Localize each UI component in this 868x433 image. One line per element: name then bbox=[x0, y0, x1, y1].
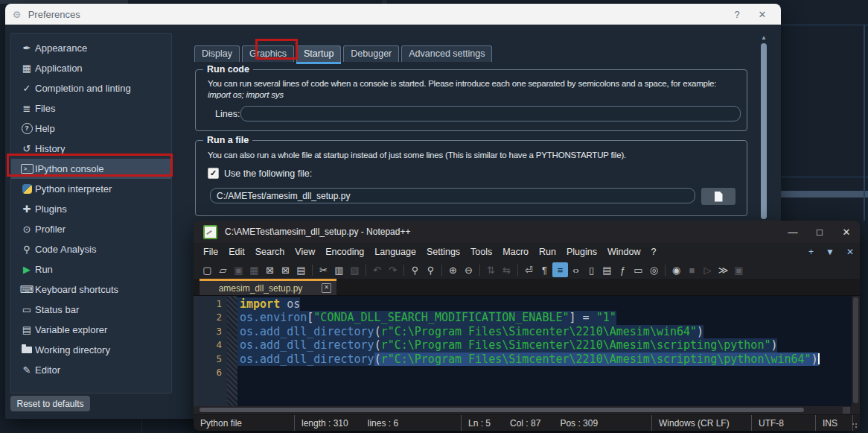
menu-macro[interactable]: Macro bbox=[497, 245, 534, 259]
function-list-icon[interactable]: ƒ bbox=[615, 262, 631, 277]
editor-vertical-scrollbar[interactable] bbox=[852, 296, 860, 406]
show-all-characters-icon[interactable]: ¶ bbox=[537, 262, 552, 277]
sidebar-item-keyboard-shortcuts[interactable]: ⌨Keyboard shortcuts bbox=[11, 279, 171, 300]
sidebar-item-history[interactable]: ↺History bbox=[11, 139, 171, 159]
code-line[interactable]: 5os.add_dll_directory(r"C:\Program Files… bbox=[194, 353, 852, 366]
monitor-icon[interactable]: ▭ bbox=[631, 262, 646, 277]
zoom-in-icon[interactable]: ⊕ bbox=[445, 262, 461, 277]
tab-list-icon[interactable]: ▼ bbox=[820, 247, 840, 257]
find-icon[interactable]: ⚲ bbox=[407, 262, 423, 277]
preferences-scrollbar[interactable]: ▲ bbox=[760, 34, 768, 224]
zoom-out-icon[interactable]: ⊖ bbox=[461, 262, 476, 277]
use-file-checkbox[interactable]: ✓ bbox=[208, 168, 219, 179]
document-tab[interactable]: amesim_dll_setup.py ✕ bbox=[200, 279, 336, 295]
sidebar-item-plugins[interactable]: ✚Plugins bbox=[11, 199, 171, 219]
help-icon: ? bbox=[19, 123, 35, 134]
doc-list-icon[interactable]: ▤ bbox=[599, 262, 615, 277]
sidebar-item-status-bar[interactable]: ▭Status bar bbox=[11, 300, 171, 320]
new-tab-icon[interactable]: + bbox=[802, 247, 820, 257]
menu-window[interactable]: Window bbox=[602, 245, 645, 259]
code-segment: import bbox=[240, 297, 280, 311]
macro-run-multiple-icon[interactable]: ≫ bbox=[715, 262, 731, 277]
macro-save-icon: ▣ bbox=[731, 262, 747, 277]
code-line[interactable]: 1import os bbox=[194, 297, 852, 311]
tab-debugger[interactable]: Debugger bbox=[343, 45, 399, 62]
screen: ⚙ Preferences ? ✕ ✒Appearance▦Applicatio… bbox=[0, 0, 868, 433]
sidebar-item-appearance[interactable]: ✒Appearance bbox=[11, 38, 171, 58]
sidebar-item-files[interactable]: ≣Files bbox=[11, 98, 171, 118]
menu-tools[interactable]: Tools bbox=[465, 245, 497, 259]
sidebar-item-variable-explorer[interactable]: ▤Variable explorer bbox=[11, 320, 171, 340]
menu-[interactable]: ? bbox=[645, 245, 661, 259]
cut-icon[interactable]: ✂ bbox=[316, 262, 331, 277]
reset-to-defaults-button[interactable]: Reset to defaults bbox=[10, 396, 90, 411]
resize-grip[interactable] bbox=[852, 423, 858, 429]
code-line[interactable]: 3os.add_dll_directory(r"C:\Program Files… bbox=[194, 325, 852, 338]
code-editor[interactable]: 1import os2os.environ["CONDA_DLL_SEARCH_… bbox=[194, 296, 852, 406]
doc-monitor-eye-icon[interactable]: ◎ bbox=[646, 262, 662, 277]
doc-map-icon[interactable]: ▯ bbox=[584, 262, 599, 277]
tab-graphics[interactable]: Graphics bbox=[242, 45, 294, 62]
tab-startup[interactable]: Startup bbox=[296, 45, 341, 62]
sidebar-item-ipython-console[interactable]: >_IPython console bbox=[11, 159, 171, 179]
code-line[interactable]: 6 bbox=[194, 366, 852, 379]
scrollbar-up-arrow-icon[interactable]: ▲ bbox=[760, 34, 768, 42]
tab-display[interactable]: Display bbox=[194, 45, 240, 62]
status-col: Col : 87 bbox=[510, 418, 540, 429]
close-all-docs-icon[interactable]: ⊠ bbox=[278, 262, 293, 277]
sidebar-item-profiler[interactable]: ⊙Profiler bbox=[11, 219, 171, 239]
code-segment: ) bbox=[697, 325, 703, 338]
vertical-scrollbar-thumb[interactable] bbox=[853, 297, 858, 403]
menu-encoding[interactable]: Encoding bbox=[320, 245, 369, 259]
macro-record-icon[interactable]: ◉ bbox=[668, 262, 684, 277]
indent-guide-icon[interactable]: ≡ bbox=[552, 262, 568, 277]
preferences-titlebar[interactable]: ⚙ Preferences ? ✕ bbox=[5, 4, 781, 25]
sidebar-item-help[interactable]: ?Help bbox=[11, 118, 171, 139]
sidebar-item-run[interactable]: ▶Run bbox=[11, 259, 171, 279]
horizontal-scrollbar-thumb[interactable] bbox=[200, 408, 804, 412]
toolbar-separator bbox=[479, 265, 480, 276]
sidebar-item-code-analysis[interactable]: ⚲Code Analysis bbox=[11, 239, 171, 259]
tab-close-icon[interactable]: ✕ bbox=[322, 283, 331, 293]
sidebar-item-editor[interactable]: ✎Editor bbox=[11, 360, 171, 380]
notepad-titlebar[interactable]: C:\AMETest\amesim_dll_setup.py - Notepad… bbox=[194, 221, 860, 243]
menu-file[interactable]: File bbox=[198, 245, 223, 259]
menu-view[interactable]: View bbox=[290, 245, 320, 259]
scrollbar-thumb[interactable] bbox=[761, 43, 767, 219]
menu-settings[interactable]: Settings bbox=[421, 245, 465, 259]
menu-language[interactable]: Language bbox=[369, 245, 421, 259]
menu-edit[interactable]: Edit bbox=[223, 245, 250, 259]
tab-advanced-settings[interactable]: Advanced settings bbox=[401, 45, 492, 62]
help-button[interactable]: ? bbox=[724, 9, 750, 20]
sidebar-item-application[interactable]: ▦Application bbox=[11, 58, 171, 78]
replace-icon[interactable]: ⚲ bbox=[423, 262, 438, 277]
code-line[interactable]: 2os.environ["CONDA_DLL_SEARCH_MODIFICATI… bbox=[194, 311, 852, 324]
close-tab-icon[interactable]: ✕ bbox=[840, 247, 860, 257]
menu-plugins[interactable]: Plugins bbox=[561, 245, 602, 259]
print-icon[interactable]: ▤ bbox=[293, 262, 309, 277]
lines-input[interactable] bbox=[240, 106, 741, 121]
sidebar-item-label: History bbox=[35, 143, 65, 154]
open-file-icon[interactable]: ▱ bbox=[215, 262, 231, 277]
close-doc-icon[interactable]: ⊠ bbox=[262, 262, 278, 277]
word-wrap-icon[interactable]: ⏎ bbox=[521, 262, 537, 277]
new-file-icon[interactable]: ▢ bbox=[200, 262, 215, 277]
preferences-tabbar: DisplayGraphicsStartupDebuggerAdvanced s… bbox=[194, 42, 494, 62]
code-line[interactable]: 4os.add_dll_directory(r"C:\Program Files… bbox=[194, 338, 852, 352]
copy-icon[interactable]: ▥ bbox=[331, 262, 347, 277]
code-view-icon[interactable]: ‹› bbox=[568, 262, 584, 277]
menu-search[interactable]: Search bbox=[250, 245, 290, 259]
maximize-button[interactable]: □ bbox=[806, 227, 833, 238]
sidebar-item-completion-and-linting[interactable]: ✓Completion and linting bbox=[11, 78, 171, 98]
code-text: import os bbox=[237, 297, 300, 311]
status-pos: Pos : 309 bbox=[560, 418, 598, 429]
sidebar-item-python-interpreter[interactable]: Python interpreter bbox=[11, 179, 171, 199]
close-window-button[interactable]: ✕ bbox=[833, 227, 860, 238]
minimize-button[interactable]: — bbox=[779, 227, 806, 238]
menu-run[interactable]: Run bbox=[534, 245, 561, 259]
editor-horizontal-scrollbar[interactable] bbox=[194, 406, 860, 414]
close-button[interactable]: ✕ bbox=[750, 9, 775, 20]
sidebar-item-working-directory[interactable]: Working directory bbox=[11, 340, 171, 360]
browse-file-button[interactable] bbox=[701, 188, 735, 205]
startup-file-path-input[interactable] bbox=[210, 188, 695, 203]
